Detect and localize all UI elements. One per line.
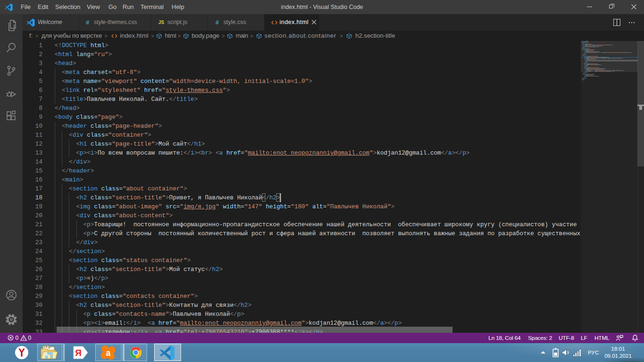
- svg-text:a: a: [106, 348, 111, 358]
- svg-text:Я: Я: [75, 348, 82, 358]
